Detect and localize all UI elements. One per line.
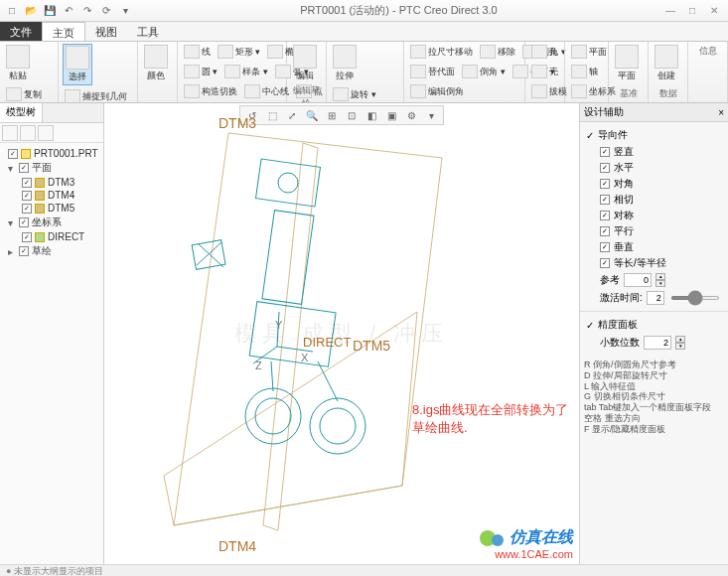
check-diagonal[interactable]: ✓对角 (586, 176, 722, 192)
collapse-icon[interactable]: ▾ (8, 217, 16, 228)
tree-item-dtm4[interactable]: ✓DTM4 (18, 189, 99, 202)
activation-input[interactable] (647, 291, 664, 305)
checkbox-icon[interactable]: ✓ (19, 163, 29, 173)
close-button[interactable]: ✕ (704, 4, 724, 18)
checkbox-icon[interactable]: ✓ (600, 258, 610, 268)
copy-button[interactable]: 复制 (4, 86, 44, 103)
color-button[interactable]: 颜色 (142, 44, 170, 83)
checkbox-icon[interactable]: ✓ (8, 149, 18, 159)
reference-input[interactable] (624, 273, 652, 287)
tree-tool-2-icon[interactable] (20, 125, 36, 141)
check-vertical[interactable]: ✓竖直 (586, 144, 722, 160)
checkbox-icon[interactable]: ✓ (19, 217, 29, 227)
checkbox-icon[interactable]: ✓ (586, 320, 594, 331)
tab-file[interactable]: 文件 (0, 22, 42, 41)
checkbox-icon[interactable]: ✓ (586, 130, 594, 141)
qat-new-icon[interactable]: □ (4, 3, 20, 19)
axis-button[interactable]: 轴 (569, 64, 600, 80)
qat-undo-icon[interactable]: ↶ (61, 3, 76, 19)
precision-group-header[interactable]: ✓精度面板 (586, 316, 722, 334)
tree-tab-model[interactable]: 模型树 (0, 103, 43, 122)
expand-icon[interactable]: ▸ (8, 246, 16, 257)
spin-up-icon[interactable]: ▴ (675, 336, 685, 343)
round-button[interactable]: 倒角 ▾ (460, 64, 508, 80)
drag-dim-button[interactable]: 拉尺寸移动 (408, 44, 475, 61)
ribbon-group-info: 信息 (688, 42, 728, 102)
qat-dropdown-icon[interactable]: ▾ (117, 3, 133, 19)
checkbox-icon[interactable]: ✓ (600, 147, 610, 157)
tree-item-direct[interactable]: ✓DIRECT (18, 230, 99, 243)
edit-icon (293, 45, 317, 69)
minimize-button[interactable]: — (660, 4, 680, 18)
extrude-button[interactable]: 拉伸 (331, 44, 359, 83)
snap-geom-button[interactable]: 捕捉到几何 (63, 88, 129, 103)
move-button[interactable]: 移除 (478, 44, 517, 61)
checkbox-icon[interactable]: ✓ (600, 179, 610, 189)
graphics-canvas[interactable]: ↺ ⬚ ⤢ 🔍 ⊞ ⊡ ◧ ▣ ⚙ ▾ (104, 103, 579, 564)
checkbox-icon[interactable]: ✓ (22, 204, 32, 214)
rect-button[interactable]: 矩形 ▾ (216, 44, 263, 61)
plane-button[interactable]: 平面 (569, 44, 609, 61)
select-button[interactable]: 选择 (63, 44, 92, 85)
qat-open-icon[interactable]: 📂 (23, 3, 39, 19)
tree-tool-3-icon[interactable] (38, 125, 54, 141)
decimal-input[interactable] (644, 336, 671, 350)
guides-group-header[interactable]: ✓导向件 (586, 126, 722, 144)
tree-group-planes[interactable]: ▾✓平面 (4, 160, 99, 176)
create-button[interactable]: 创建 (653, 44, 680, 83)
check-perpendicular[interactable]: ✓垂直 (586, 239, 722, 255)
qat-save-icon[interactable]: 💾 (42, 3, 58, 19)
tree-group-sketch[interactable]: ▸✓草绘 (4, 243, 99, 259)
edit-sketch-button[interactable]: 编辑 (291, 44, 319, 83)
checkbox-icon[interactable]: ✓ (600, 242, 610, 252)
checkbox-icon[interactable]: ✓ (22, 191, 32, 201)
paste-button[interactable]: 粘贴 (4, 44, 32, 83)
tree-tool-1-icon[interactable] (2, 125, 18, 141)
tree-root[interactable]: ✓PRT0001.PRT (4, 147, 99, 160)
edit-round-button[interactable]: 编辑倒角 (408, 83, 466, 100)
replace-face-button[interactable]: 替代面 (408, 64, 457, 80)
construction-icon (184, 84, 200, 98)
maximize-button[interactable]: □ (682, 4, 702, 18)
circle-button[interactable]: 圆 ▾ (182, 64, 220, 80)
draft-button[interactable]: 拔模 (529, 83, 569, 100)
tree-item-dtm5[interactable]: ✓DTM5 (18, 202, 99, 215)
check-equal[interactable]: ✓等长/等半径 (586, 255, 722, 271)
line-button[interactable]: 线 (182, 44, 213, 61)
check-symmetric[interactable]: ✓对称 (586, 208, 722, 223)
qat-regen-icon[interactable]: ⟳ (98, 3, 114, 19)
datum-plane-button[interactable]: 平面 (613, 44, 641, 83)
label-csys: DIRECT (303, 335, 351, 350)
shell-button[interactable]: 壳 (529, 64, 560, 80)
create-icon (655, 45, 678, 69)
checkbox-icon[interactable]: ✓ (22, 232, 32, 242)
brand-logo-icon (478, 528, 506, 548)
construction-button[interactable]: 构造切换 (182, 83, 239, 100)
tree-item-dtm3[interactable]: ✓DTM3 (18, 176, 99, 189)
checkbox-icon[interactable]: ✓ (600, 211, 610, 220)
hole-button[interactable]: 孔 (529, 44, 560, 61)
qat-redo-icon[interactable]: ↷ (79, 3, 95, 19)
checkbox-icon[interactable]: ✓ (600, 163, 610, 173)
collapse-icon[interactable]: ▾ (8, 163, 16, 174)
checkbox-icon[interactable]: ✓ (19, 246, 29, 256)
activation-slider[interactable] (670, 296, 720, 300)
centerline-button[interactable]: 中心线 (242, 83, 291, 100)
spline-button[interactable]: 样条 ▾ (222, 64, 270, 80)
panel-close-icon[interactable]: × (718, 107, 724, 118)
checkbox-icon[interactable]: ✓ (22, 178, 32, 188)
spin-down-icon[interactable]: ▾ (655, 280, 665, 287)
revolve-button[interactable]: 旋转 ▾ (331, 86, 397, 103)
tab-view[interactable]: 视图 (85, 22, 127, 41)
spin-up-icon[interactable]: ▴ (655, 273, 665, 280)
check-horizontal[interactable]: ✓水平 (586, 160, 722, 176)
spin-down-icon[interactable]: ▾ (675, 343, 685, 350)
check-parallel[interactable]: ✓平行 (586, 223, 722, 239)
check-tangent[interactable]: ✓相切 (586, 192, 722, 208)
shortcut-legend: R 倒角/倒圆角尺寸参考 D 拉伸/局部旋转尺寸 L 输入特征值 G 切换相切条… (580, 356, 728, 439)
checkbox-icon[interactable]: ✓ (600, 195, 610, 205)
tree-group-csys[interactable]: ▾✓坐标系 (4, 215, 99, 230)
checkbox-icon[interactable]: ✓ (600, 226, 610, 236)
tab-home[interactable]: 主页 (42, 22, 85, 41)
tab-tools[interactable]: 工具 (127, 22, 169, 41)
